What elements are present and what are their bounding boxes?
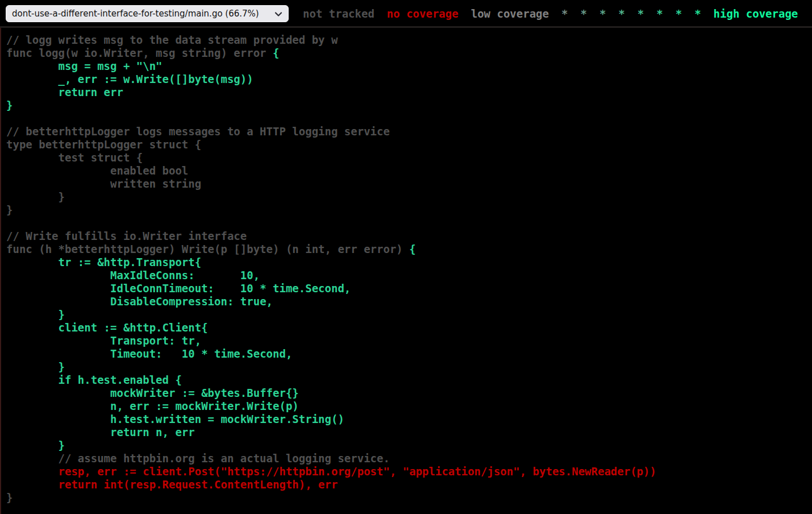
file-navigator: dont-use-a-different-interface-for-testi… [6,5,289,22]
code-segment-untracked: // logg writes msg to the data stream pr… [6,34,338,59]
left-edge-stripe [0,28,1,514]
legend-cov9: * [694,7,701,20]
legend-low-coverage: low coverage [471,7,549,20]
legend-cov8: * [676,7,682,20]
legend-cov7: * [656,7,663,20]
legend-no-coverage: no coverage [387,7,459,20]
legend-cov4: * [599,7,606,20]
code-segment-untracked: // betterhttpLogger logs messages to a H… [6,125,409,255]
source-code-view: // logg writes msg to the data stream pr… [0,28,812,514]
code-segment-untracked: } [6,491,13,504]
legend-cov3: * [580,7,586,20]
code-segment-cov0: resp, err := client.Post("https://httpbi… [6,465,656,491]
legend-cov5: * [618,7,624,20]
legend-not-tracked: not tracked [303,7,374,20]
topbar: dont-use-a-different-interface-for-testi… [0,0,812,27]
legend-high-coverage: high coverage [714,7,798,20]
file-select[interactable]: dont-use-a-different-interface-for-testi… [6,5,289,22]
code-segment-cov8: { tr := &http.Transport{ MaxIdleConns: 1… [6,243,416,386]
coverage-legend: not trackedno coveragelow coverage******… [297,7,804,20]
content-area: // logg writes msg to the data stream pr… [0,28,812,514]
legend-cov6: * [638,7,644,20]
legend-cov2: * [561,7,568,20]
